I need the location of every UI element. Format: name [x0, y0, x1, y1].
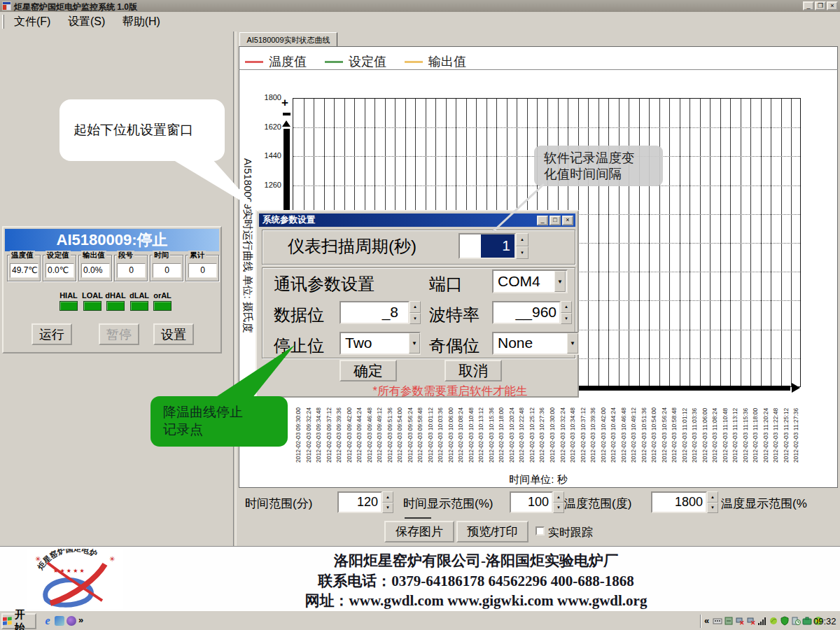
legend-label: 温度值 — [269, 53, 307, 70]
x-axis-tick-label: 2012-02-03 10:32:24 — [559, 407, 566, 463]
time-range-input[interactable]: 120 — [337, 491, 382, 513]
field-label-setpoint: 设定值 — [46, 251, 71, 259]
leaf-icon[interactable] — [769, 616, 778, 626]
monitor-titlebar[interactable]: AI5180009:停止 — [5, 229, 219, 251]
field-label-time: 时间 — [153, 251, 170, 259]
stopbits-label: 停止位 — [274, 335, 324, 357]
realtime-track-checkbox[interactable] — [536, 526, 545, 536]
led-hial — [59, 301, 78, 311]
tray-clock[interactable]: 09:32 — [813, 616, 836, 626]
scroll-right-arrow[interactable] — [792, 383, 800, 393]
parity-combobox[interactable]: None — [492, 332, 579, 355]
menu-settings[interactable]: 设置(S) — [61, 12, 112, 31]
time-range-spinner[interactable]: ▲▼ — [382, 491, 393, 513]
segment-value: 0 — [117, 263, 146, 278]
menu-bar: 文件(F) 设置(S) 帮助(H) — [0, 12, 840, 31]
x-axis-tick-label: 2012-02-03 11:22:48 — [772, 408, 779, 463]
save-image-button[interactable]: 保存图片 — [384, 521, 454, 542]
scroll-up-arrow[interactable] — [282, 120, 290, 127]
baud-input[interactable]: __960 — [492, 301, 561, 324]
desktop: 炬星窑炉国炬电炉监控系统 1.0版 _ ❐ × 文件(F) 设置(S) 帮助(H… — [0, 0, 840, 630]
x-axis-tick-label: 2012-02-03 10:22:48 — [518, 407, 525, 463]
msn-icon[interactable] — [66, 616, 76, 626]
parity-label: 奇偶位 — [429, 335, 479, 357]
zoom-out-button[interactable] — [283, 113, 290, 115]
time-value: 0 — [153, 263, 181, 278]
tray-chevron[interactable]: « — [704, 615, 709, 626]
scan-period-label: 仪表扫描周期(秒) — [288, 235, 416, 258]
led-label-dlal: dLAL — [129, 291, 150, 300]
x-axis-tick-label: 2012-02-03 10:54:00 — [650, 407, 657, 463]
dialog-titlebar[interactable]: 系统参数设置 _ □ × — [259, 214, 575, 227]
stopbits-dropdown-arrow[interactable]: ▼ — [409, 333, 420, 354]
temp-range-spinner[interactable]: ▲▼ — [707, 491, 718, 513]
temp-range-input[interactable]: 1800 — [651, 491, 707, 513]
baud-spinner[interactable]: ▲▼ — [561, 301, 572, 324]
x-axis-tick-label: 2012-02-03 09:37:12 — [326, 407, 332, 463]
minimize-button[interactable]: _ — [803, 1, 814, 10]
databits-input[interactable]: _8 — [340, 301, 410, 324]
x-axis-tick-label: 2012-02-03 11:18:00 — [752, 408, 759, 463]
led-label-dhal: dHAL — [105, 291, 126, 300]
legend-dash-temperature — [245, 61, 263, 63]
setup-button[interactable]: 设置 — [153, 323, 194, 345]
ie-icon[interactable]: e — [42, 615, 53, 626]
y-tick-1800: 1800 — [260, 93, 281, 102]
ok-button[interactable]: 确定 — [340, 360, 397, 382]
tab-realtime-curve[interactable]: AI5180009实时状态曲线 — [239, 32, 337, 47]
zoom-in-button[interactable]: + — [281, 96, 293, 108]
x-axis-tick-label: 2012-02-03 09:34:48 — [315, 407, 322, 463]
footer-company: 洛阳炬星窑炉有限公司-洛阳国炬实验电炉厂 — [140, 551, 812, 570]
menu-file[interactable]: 文件(F) — [7, 12, 57, 31]
x-axis-tick-label: 2012-02-03 10:06:00 — [447, 407, 454, 463]
x-axis-tick-label: 2012-02-03 09:32:24 — [305, 407, 312, 463]
restore-button[interactable]: ❐ — [815, 1, 826, 10]
parity-dropdown-arrow[interactable]: ▼ — [567, 333, 578, 354]
svg-text:✕: ✕ — [750, 620, 756, 626]
chart-legend: 温度值 设定值 输出值 — [245, 53, 484, 70]
scan-period-spinner[interactable]: ▲▼ — [516, 233, 528, 259]
network-disconnected-icon[interactable]: ✕ — [735, 616, 745, 626]
eudc-icon[interactable] — [724, 616, 734, 626]
temperature-value: 49.7℃ — [10, 263, 38, 278]
quick-launch-overflow-chevron[interactable]: » — [78, 615, 83, 625]
run-button[interactable]: 运行 — [31, 323, 72, 345]
close-button[interactable]: × — [827, 1, 838, 10]
time-display-input[interactable]: 100 — [510, 491, 553, 513]
scheduler-icon[interactable] — [791, 616, 801, 626]
x-axis-tick-label: 2012-02-03 10:30:00 — [549, 407, 556, 463]
databits-spinner[interactable]: ▲▼ — [410, 301, 421, 324]
scan-period-input[interactable]: 1 — [458, 233, 516, 259]
toolbox-icon[interactable] — [802, 616, 812, 626]
x-axis-tick-label: 2012-02-03 09:54:00 — [396, 407, 403, 463]
callout-cooling-stop: 降温曲线停止 记录点 — [150, 396, 288, 447]
start-button[interactable]: 开始 — [1, 613, 36, 629]
time-display-spinner[interactable]: ▲▼ — [553, 491, 564, 513]
x-axis-tick-label: 2012-02-03 10:15:36 — [488, 407, 495, 463]
dialog-close-button[interactable]: × — [562, 216, 573, 225]
x-axis-tick-label: 2012-02-03 09:49:12 — [376, 407, 383, 463]
y-tick-1440: 1440 — [260, 151, 281, 160]
callout-cooling-stop-line2: 记录点 — [163, 421, 288, 438]
dialog-title: 系统参数设置 — [262, 214, 536, 226]
dialog-maximize-button[interactable]: □ — [550, 216, 561, 225]
panel-divider-highlight — [235, 31, 237, 547]
port-dropdown-arrow[interactable]: ▼ — [554, 271, 566, 292]
menu-help[interactable]: 帮助(H) — [115, 12, 167, 31]
preview-print-button[interactable]: 预览/打印 — [456, 521, 528, 542]
pause-button[interactable]: 暂停 — [99, 323, 139, 345]
shield-icon[interactable] — [780, 616, 790, 626]
footer-website: 网址：www.gwdl.com www.gigwki.com www.gwdl.… — [140, 591, 812, 610]
cancel-button[interactable]: 取消 — [444, 360, 502, 382]
x-axis-tick-label: 2012-02-03 09:44:24 — [356, 407, 363, 463]
x-axis-tick-label: 2012-02-03 10:39:36 — [589, 407, 596, 463]
x-axis-tick-label: 2012-02-03 11:20:24 — [762, 408, 769, 463]
x-axis-tick-label: 2012-02-03 10:01:12 — [427, 407, 434, 463]
settings-dialog: 系统参数设置 _ □ × 仪表扫描周期(秒) 1 ▲▼ 通讯参数设置 端口 CO… — [255, 210, 579, 398]
x-axis-tick-label: 2012-02-03 10:34:48 — [569, 407, 576, 463]
media-player-icon[interactable] — [55, 616, 64, 626]
wireless-disconnected-icon[interactable]: ✕ — [746, 616, 756, 626]
dialog-minimize-button[interactable]: _ — [537, 216, 548, 225]
keyboard-icon[interactable] — [713, 616, 722, 626]
signal-bars-icon[interactable] — [757, 616, 767, 626]
